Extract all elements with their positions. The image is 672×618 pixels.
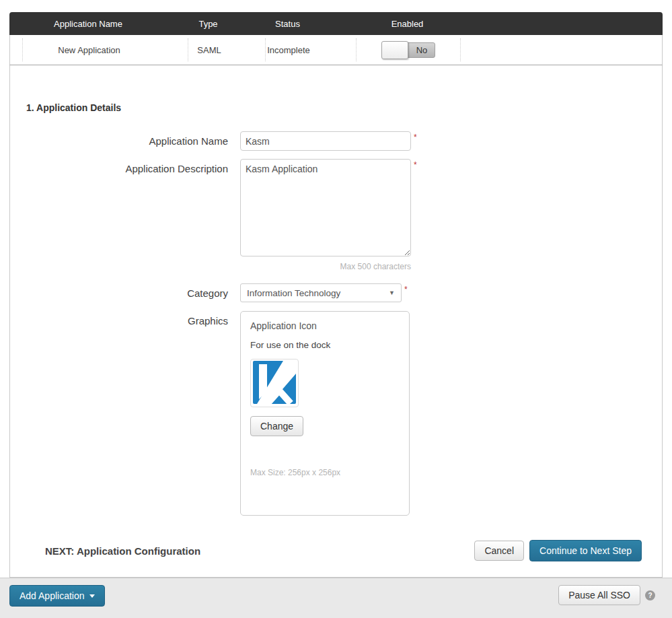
page-footer: Add Application Pause All SSO ? [0,578,672,618]
caret-down-icon [89,594,95,598]
required-asterisk: * [414,131,417,142]
application-description-textarea[interactable]: Kasm Application [240,159,411,256]
help-icon[interactable]: ? [645,590,655,600]
category-label: Category [10,287,228,299]
application-name-row: Application Name * [10,131,662,151]
toggle-state-label: No [408,41,435,59]
required-asterisk: * [404,283,408,294]
toggle-knob[interactable] [381,41,408,59]
table-header: Application Name Type Status Enabled [9,12,663,35]
form-actions: NEXT: Application Configuration Cancel C… [10,540,662,561]
section-title: 1. Application Details [26,102,662,113]
application-name-label: Application Name [10,135,228,147]
enabled-toggle[interactable]: No [381,41,435,59]
application-description-label: Application Description [10,159,228,174]
column-header-enabled: Enabled [355,19,459,29]
row-status: Incomplete [265,38,356,61]
kasm-logo-icon [253,361,296,406]
graphics-row: Graphics Application Icon For use on the… [10,311,662,516]
cancel-button[interactable]: Cancel [474,541,524,561]
application-name-input[interactable] [240,131,411,151]
dropdown-arrow-icon: ▼ [389,289,395,296]
row-filler [460,38,662,61]
application-icon-title: Application Icon [250,320,400,331]
application-card: Application Name Type Status Enabled New… [9,12,663,578]
add-application-button[interactable]: Add Application [9,585,105,607]
row-spacer [10,38,22,61]
max-size-hint: Max Size: 256px x 256px [250,468,400,477]
pause-all-sso-button[interactable]: Pause All SSO [558,585,640,605]
column-header-type: Type [187,19,264,29]
column-header-status: Status [264,19,355,29]
application-icon-subtitle: For use on the dock [250,340,400,350]
category-selected-value: Information Technology [247,288,340,298]
category-select[interactable]: Information Technology ▼ [240,283,402,302]
continue-button[interactable]: Continue to Next Step [529,540,642,561]
change-icon-button[interactable]: Change [250,416,303,436]
category-row: Category Information Technology ▼ * [10,283,662,302]
max-characters-hint: Max 500 characters [240,262,411,271]
row-application-name: New Application [22,38,188,61]
column-header-application-name: Application Name [22,19,187,29]
application-icon-preview [250,359,299,407]
application-description-row: Application Description Kasm Application… [10,159,662,271]
row-type: SAML [188,38,265,61]
add-application-label: Add Application [20,590,85,601]
next-step-hint: NEXT: Application Configuration [45,545,200,557]
row-enabled-cell: No [356,38,460,61]
graphics-label: Graphics [10,311,228,327]
application-details-form: 1. Application Details Application Name … [9,65,663,578]
required-asterisk: * [414,159,417,170]
table-row: New Application SAML Incomplete No [9,35,663,65]
graphics-box: Application Icon For use on the dock [240,311,410,516]
